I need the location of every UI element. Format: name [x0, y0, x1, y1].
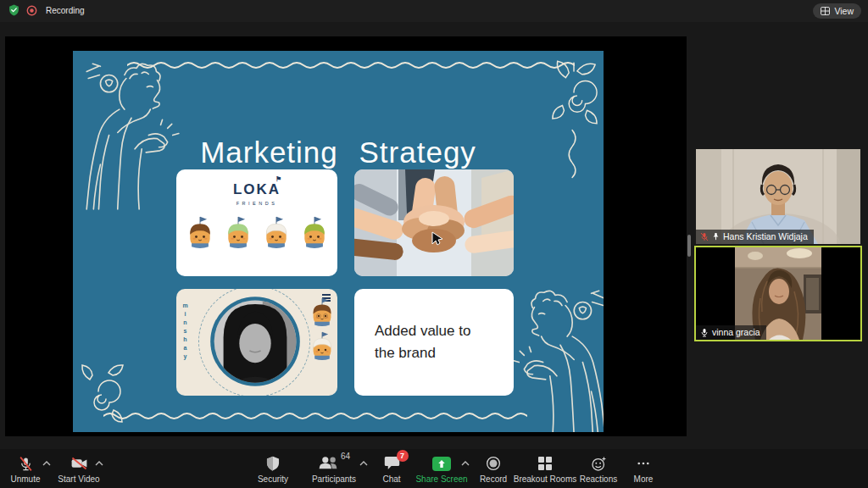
view-button[interactable]: View — [813, 3, 861, 19]
mascot-chocolate-icon — [185, 214, 215, 252]
video-off-icon — [70, 456, 88, 471]
breakout-rooms-label: Breakout Rooms — [514, 474, 576, 484]
share-screen-icon — [432, 457, 451, 471]
minshay-label: minshay — [182, 302, 188, 362]
more-dots-icon — [636, 456, 651, 471]
minshay-profile-card: minshay — [176, 289, 337, 396]
meeting-toolbar: Unmute Start Video Security — [0, 449, 868, 488]
wavy-border-top — [127, 59, 575, 71]
reactions-label: Reactions — [580, 474, 617, 484]
reactions-button[interactable]: Reactions — [569, 455, 628, 484]
wavy-border-bottom — [103, 410, 527, 422]
grayscale-portrait-photo — [209, 295, 302, 388]
name-tag-hans: Hans Kristian Widjaja — [696, 230, 814, 244]
pin-icon — [712, 232, 720, 241]
security-shield-icon — [266, 456, 280, 471]
more-button[interactable]: More — [622, 455, 665, 484]
participants-icon — [318, 455, 338, 470]
participants-options-caret[interactable] — [359, 460, 368, 467]
more-label: More — [634, 474, 654, 484]
loka-brand-sub: FRIENDS — [236, 201, 278, 206]
muted-mic-icon — [18, 456, 34, 472]
mascot-chocolate-icon — [309, 296, 336, 330]
tiles-scrollbar[interactable] — [687, 235, 691, 257]
video-tile-hans[interactable]: Hans Kristian Widjaja — [696, 149, 860, 244]
share-screen-label: Share Screen — [415, 474, 467, 484]
muted-mic-icon — [700, 232, 709, 241]
added-value-card: Added value to the brand — [354, 289, 514, 396]
teamwork-hands-photo — [354, 169, 514, 276]
view-label: View — [834, 6, 854, 16]
slide-title: Marketing Strategy — [73, 136, 604, 169]
mic-icon — [700, 328, 709, 337]
zoom-meeting-window: Recording View Marketing Strategy LOKA — [0, 0, 868, 488]
mini-mascots — [309, 296, 336, 363]
chat-label: Chat — [382, 474, 400, 484]
reactions-smiley-icon — [591, 456, 607, 472]
security-label: Security — [258, 474, 288, 484]
mascot-matcha-icon — [223, 214, 253, 252]
mascot-olive-icon — [299, 214, 330, 252]
view-grid-icon — [821, 7, 830, 15]
security-button[interactable]: Security — [246, 455, 300, 484]
encryption-shield-icon — [8, 4, 19, 16]
shared-screen-region: Marketing Strategy LOKA ⚑ FRIENDS — [5, 36, 687, 436]
record-icon — [486, 456, 501, 471]
loka-friends-card: LOKA ⚑ FRIENDS — [176, 169, 337, 276]
participants-count: 64 — [341, 452, 350, 461]
start-video-label: Start Video — [58, 474, 99, 484]
unmute-label: Unmute — [10, 474, 40, 484]
swirl-ornament-icon — [80, 363, 124, 424]
video-tile-vinna[interactable]: vinna gracia — [694, 246, 862, 341]
video-options-caret[interactable] — [95, 460, 103, 467]
statue-line-art-left — [75, 53, 186, 212]
mascot-row — [185, 214, 330, 252]
participant-name: vinna gracia — [712, 327, 760, 337]
recording-label: Recording — [46, 6, 85, 15]
added-value-text: Added value to the brand — [375, 320, 485, 365]
mascot-vanilla-icon — [261, 214, 292, 252]
recording-indicator: Recording — [8, 4, 85, 16]
mascot-vanilla-icon — [309, 330, 336, 363]
participant-name: Hans Kristian Widjaja — [723, 231, 808, 241]
participants-label: Participants — [312, 474, 356, 484]
meeting-top-bar: Recording View — [0, 0, 868, 22]
recording-dot-icon — [26, 5, 37, 16]
presentation-slide: Marketing Strategy LOKA ⚑ FRIENDS — [73, 51, 604, 432]
statue-line-art-right — [505, 280, 604, 432]
breakout-rooms-icon — [538, 457, 552, 470]
name-tag-vinna: vinna gracia — [696, 325, 766, 340]
loka-brand-logo: LOKA ⚑ — [233, 181, 281, 198]
flag-icon: ⚑ — [275, 175, 283, 183]
